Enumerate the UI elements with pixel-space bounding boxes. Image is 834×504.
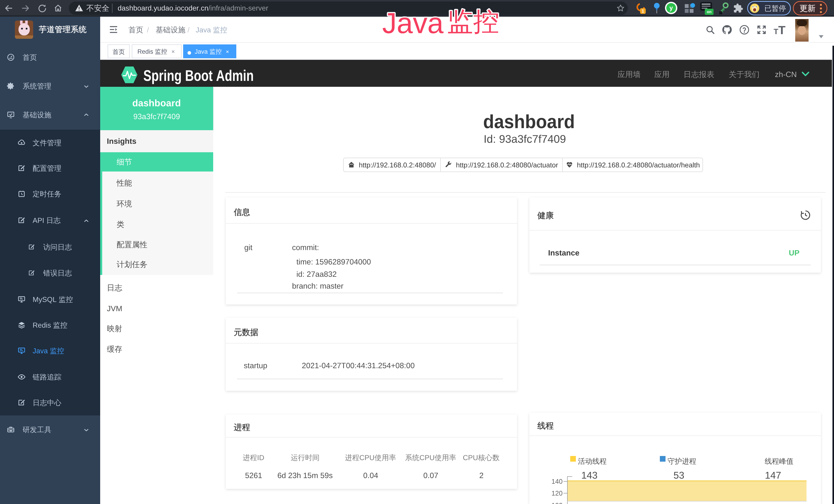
- svg-text:on: on: [707, 9, 711, 14]
- svg-text:1: 1: [642, 9, 644, 14]
- svg-text:y: y: [670, 4, 673, 11]
